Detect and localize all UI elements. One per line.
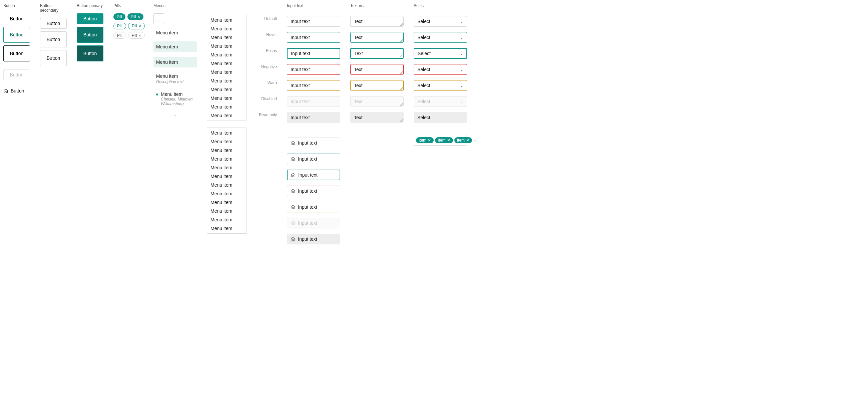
input-hover[interactable]: Input text [287,32,340,43]
input-default[interactable]: Input text [287,16,340,27]
close-icon[interactable]: ✕ [138,34,141,37]
menu-item[interactable]: Menu item [207,146,247,154]
input-icon-warn[interactable]: Input text [287,202,340,212]
home-icon [290,156,295,161]
state-label-negative: Negative [261,61,277,72]
menu-item[interactable]: Menu item [207,216,247,224]
pill-outline-closable[interactable]: Pill✕ [128,23,145,29]
select-focus[interactable]: Select⌄ [414,48,467,59]
menu-item[interactable]: Menu item [207,198,247,207]
menu-item[interactable]: Menu item [207,68,247,77]
state-label-hover: Hover [266,29,277,40]
ghost-button-hover[interactable]: Button [3,27,30,43]
primary-button-hover[interactable]: Button [77,27,103,43]
menu-panel-b: Menu itemMenu itemMenu itemMenu itemMenu… [207,127,247,234]
menu-item[interactable]: Menu item [207,181,247,189]
menu-item-hover[interactable]: Menu item [153,41,197,52]
textarea-warn[interactable]: Text [350,80,404,91]
section-select-label: Select [414,3,467,8]
input-negative[interactable]: Input text [287,64,340,75]
input-icon-default[interactable]: Input text [287,138,340,148]
multiselect-tag[interactable]: Item✕ [454,137,472,143]
menu-item-location: Chelsea, Midtown, Williamsburg [161,97,194,106]
select-default[interactable]: Select⌄ [414,16,467,27]
menu-item[interactable]: Menu item [207,111,247,120]
menu-item[interactable]: Menu item [207,59,247,68]
menu-item[interactable]: Menu item [207,172,247,181]
chevron-down-icon: ⌄ [460,67,463,72]
home-icon [290,205,295,209]
home-icon [290,141,295,145]
state-label-focus: Focus [266,46,277,56]
section-secondary-label: Button secondary [40,3,67,13]
secondary-button-focus[interactable]: Button [40,50,67,66]
chevron-down-icon: ⌄ [460,51,463,56]
chevron-down-icon: ⌄ [460,99,463,104]
input-icon-hover[interactable]: Input text [287,153,340,164]
close-icon[interactable]: ✕ [137,15,140,19]
ghost-button[interactable]: Button [3,13,30,24]
select-negative[interactable]: Select⌄ [414,64,467,75]
close-icon[interactable]: ✕ [428,138,431,143]
menu-trigger-button[interactable]: . . . [153,13,164,24]
menu-item[interactable]: Menu item [153,29,197,37]
chevron-up-icon[interactable] [153,114,197,118]
select-hover[interactable]: Select⌄ [414,32,467,43]
menu-item[interactable]: Menu item [207,42,247,50]
menu-item[interactable]: Menu item [207,128,247,137]
icon-link-button[interactable]: Button [3,88,30,93]
primary-button[interactable]: Button [77,13,103,24]
close-icon[interactable]: ✕ [138,24,141,28]
close-icon[interactable]: ✕ [466,138,469,143]
menu-item[interactable]: Menu item [207,77,247,85]
home-icon [291,173,296,177]
input-icon-disabled: Input text [287,218,340,228]
menu-item-with-dot[interactable]: Menu item Chelsea, Midtown, Williamsburg [153,90,197,108]
multiselect[interactable]: Item✕ Item✕ Item✕ ⌄ [414,135,467,146]
icon-link-label: Button [11,88,24,93]
input-warn[interactable]: Input text [287,80,340,91]
textarea-disabled: Text [350,96,404,107]
multiselect-tag[interactable]: Item✕ [435,137,453,143]
menu-item[interactable]: Menu item [207,154,247,163]
menu-item[interactable]: Menu item [207,50,247,59]
pill-filled[interactable]: Pill [114,13,125,20]
menu-item[interactable]: Menu item [207,224,247,233]
menu-item-active[interactable]: Menu item [153,57,197,67]
pill-gray-closable[interactable]: Pill✕ [128,32,145,39]
menu-item[interactable]: Menu item [207,207,247,216]
menu-item[interactable]: Menu item [207,33,247,42]
input-icon-focus[interactable]: Input text [287,170,340,180]
pill-filled-closable[interactable]: Pill✕ [127,13,144,20]
pill-outline[interactable]: Pill [114,23,126,29]
pill-gray[interactable]: Pill [114,32,126,39]
input-focus[interactable]: Input text [287,48,340,59]
menu-item[interactable]: Menu item [207,189,247,198]
section-pills-label: Pills [114,3,144,8]
secondary-button[interactable]: Button [40,18,67,29]
chevron-down-icon: ⌄ [460,35,463,40]
menu-item-with-description[interactable]: Menu item Description text [153,72,197,85]
textarea-focus[interactable]: Text [350,48,404,59]
close-icon[interactable]: ✕ [447,138,451,143]
multiselect-tag[interactable]: Item✕ [416,137,434,143]
textarea-negative[interactable]: Text [350,64,404,75]
menu-item[interactable]: Menu item [207,24,247,33]
input-icon-negative[interactable]: Input text [287,185,340,196]
section-textarea-label: Textarea [350,3,404,8]
select-warn[interactable]: Select⌄ [414,80,467,91]
textarea-default[interactable]: Text [350,16,404,27]
menu-item[interactable]: Menu item [207,85,247,94]
ghost-button-focus[interactable]: Button [3,46,30,61]
menu-item[interactable]: Menu item [207,94,247,103]
textarea-hover[interactable]: Text [350,32,404,43]
menu-item[interactable]: Menu item [207,103,247,111]
menu-item[interactable]: Menu item [207,163,247,172]
primary-button-focus[interactable]: Button [77,46,103,61]
secondary-button-hover[interactable]: Button [40,31,67,48]
state-label-default: Default [264,13,277,24]
section-menus-label: Menus [153,3,197,8]
menu-item[interactable]: Menu item [207,16,247,24]
menu-item[interactable]: Menu item [207,137,247,146]
ghost-button-disabled: Button [3,69,30,80]
